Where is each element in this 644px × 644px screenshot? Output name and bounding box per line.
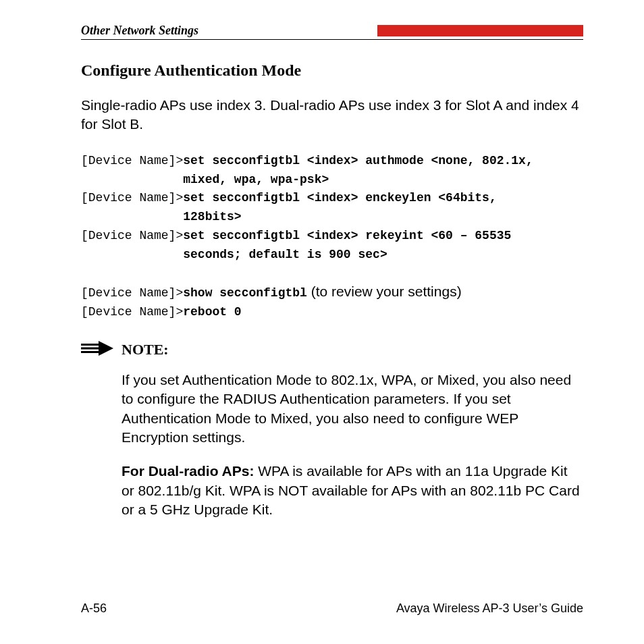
- note-header: NOTE:: [81, 341, 583, 358]
- command-text: show secconfigtbl: [183, 286, 307, 300]
- prompt: [Device Name]>: [81, 286, 183, 300]
- note-body-2: For Dual-radio APs: WPA is available for…: [122, 462, 583, 519]
- arrow-icon: [81, 341, 113, 356]
- svg-marker-3: [99, 341, 113, 356]
- command-text: seconds; default is 900 sec>: [183, 248, 387, 261]
- header-red-bar: [377, 25, 583, 36]
- prompt: [Device Name]>: [81, 305, 183, 319]
- command-annotation: (to review your settings): [307, 284, 462, 299]
- command-block-2: [Device Name]>show secconfigtbl (to revi…: [81, 281, 583, 322]
- command-text: set secconfigtbl <index> rekeyint <60 – …: [183, 229, 511, 242]
- command-text: set secconfigtbl <index> enckeylen <64bi…: [183, 191, 496, 205]
- command-text: 128bits>: [183, 210, 241, 223]
- header-section-title: Other Network Settings: [81, 24, 198, 38]
- command-row: [Device Name]>show secconfigtbl (to revi…: [81, 281, 583, 303]
- command-text: mixed, wpa, wpa-psk>: [183, 173, 329, 186]
- prompt: [Device Name]>: [81, 191, 183, 205]
- section-title: Configure Authentication Mode: [81, 61, 583, 80]
- command-text: reboot 0: [183, 305, 241, 319]
- svg-rect-0: [81, 344, 99, 346]
- command-block-1: [Device Name]>set secconfigtbl <index> a…: [81, 152, 583, 265]
- page-header: Other Network Settings: [81, 24, 583, 40]
- document-page: Other Network Settings Configure Authent…: [0, 0, 644, 644]
- note-label: NOTE:: [122, 341, 169, 358]
- footer-page-number: A-56: [81, 601, 107, 616]
- note-body-2-bold: For Dual-radio APs:: [122, 463, 254, 479]
- command-text: set secconfigtbl <index> authmode <none,…: [183, 154, 533, 167]
- intro-paragraph: Single-radio APs use index 3. Dual-radio…: [81, 96, 583, 134]
- note-body-1: If you set Authentication Mode to 802.1x…: [122, 371, 583, 447]
- prompt: [Device Name]>: [81, 229, 183, 242]
- page-footer: A-56 Avaya Wireless AP-3 User’s Guide: [81, 601, 583, 616]
- svg-rect-1: [81, 347, 99, 349]
- footer-doc-title: Avaya Wireless AP-3 User’s Guide: [396, 601, 583, 616]
- command-row: [Device Name]>reboot 0: [81, 303, 583, 322]
- svg-rect-2: [81, 351, 99, 353]
- prompt: [Device Name]>: [81, 154, 183, 167]
